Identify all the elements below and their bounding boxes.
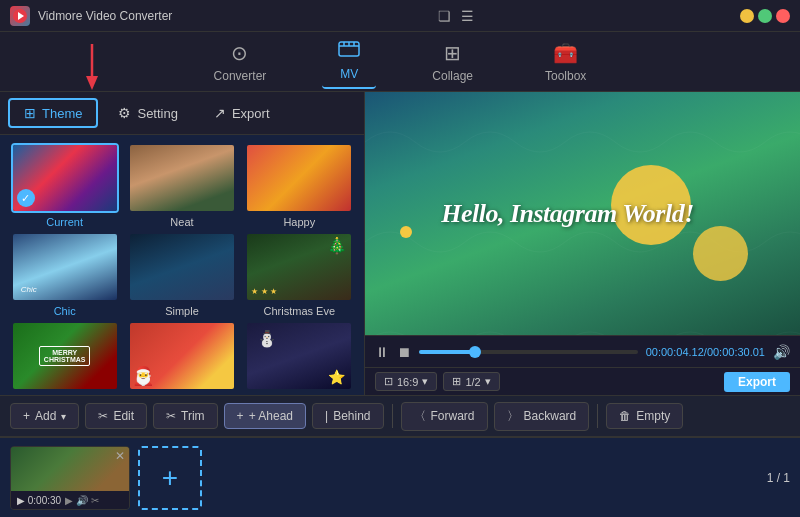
volume-button[interactable]: 🔊	[773, 344, 790, 360]
export-icon: ↗	[214, 105, 226, 121]
trim-icon: ✂	[166, 409, 176, 423]
stop-button[interactable]: ⏹	[397, 344, 411, 360]
cut-icon: ✂	[91, 495, 99, 506]
close-button[interactable]: ✕	[776, 9, 790, 23]
toolbox-label: Toolbox	[545, 69, 586, 83]
add-clip-button[interactable]: +	[138, 446, 202, 510]
forward-icon: 〈	[414, 408, 426, 425]
mv-label: MV	[340, 67, 358, 81]
nav-tabs: ⊙ Converter MV ⊞ Collage 🧰 Toolbox	[0, 32, 800, 92]
add-label: Add	[35, 409, 56, 423]
theme-thumb-current: ✓	[11, 143, 119, 213]
behind-icon: |	[325, 409, 328, 423]
video-overlay-text: Hello, Instagram World!	[441, 199, 694, 229]
theme-item-santa-claus[interactable]: 🎅 Santa Claus	[125, 321, 238, 395]
trim-button[interactable]: ✂ Trim	[153, 403, 218, 429]
add-dropdown-icon: ▾	[61, 411, 66, 422]
mv-icon	[338, 40, 360, 63]
maximize-button[interactable]: □	[758, 9, 772, 23]
aspect-icon: ⊡	[384, 375, 393, 388]
backward-button[interactable]: 〉 Backward	[494, 402, 590, 431]
progress-fill	[419, 350, 474, 354]
theme-thumb-snowy-night: ⛄ ⭐	[245, 321, 353, 391]
forward-label: Forward	[431, 409, 475, 423]
clip-info: ▶ 0:00:30 ▶ 🔊 ✂	[11, 491, 129, 510]
theme-item-simple[interactable]: Simple	[125, 232, 238, 317]
empty-label: Empty	[636, 409, 670, 423]
scale-selector[interactable]: ⊞ 1/2 ▾	[443, 372, 499, 391]
titlebar: Vidmore Video Converter ❏ ☰ ⎯ □ ✕	[0, 0, 800, 32]
theme-name-current: Current	[46, 216, 83, 228]
theme-item-chic[interactable]: Chic Chic	[8, 232, 121, 317]
theme-name-merry-christmas: Merry Christmas	[24, 394, 105, 395]
titlebar-left: Vidmore Video Converter	[10, 6, 172, 26]
audio-icon: 🔊	[76, 495, 88, 506]
tab-mv[interactable]: MV	[322, 34, 376, 89]
chat-icon[interactable]: ❏	[438, 8, 451, 24]
play-pause-button[interactable]: ⏸	[375, 344, 389, 360]
ratio-selector[interactable]: ⊡ 16:9 ▾	[375, 372, 437, 391]
theme-item-christmas-eve[interactable]: 🎄 ★ ★ ★ Christmas Eve	[243, 232, 356, 317]
theme-item-current[interactable]: ✓ Current	[8, 143, 121, 228]
toolbox-icon: 🧰	[553, 41, 578, 65]
theme-item-happy[interactable]: Happy	[243, 143, 356, 228]
ratio-value: 16:9	[397, 376, 418, 388]
forward-button[interactable]: 〈 Forward	[401, 402, 488, 431]
clip-item[interactable]: ✕ ▶ 0:00:30 ▶ 🔊 ✂	[10, 446, 130, 510]
video-bottom-controls: ⊡ 16:9 ▾ ⊞ 1/2 ▾ Export	[365, 367, 800, 395]
bottom-strip: ✕ ▶ 0:00:30 ▶ 🔊 ✂ + 1 / 1	[0, 437, 800, 517]
subtab-theme[interactable]: ⊞ Theme	[8, 98, 98, 128]
theme-thumb-santa-claus: 🎅	[128, 321, 236, 391]
theme-name-simple: Simple	[165, 305, 199, 317]
toolbar-separator-2	[597, 404, 598, 428]
theme-label: Theme	[42, 106, 82, 121]
tab-toolbox[interactable]: 🧰 Toolbox	[529, 35, 602, 89]
converter-label: Converter	[214, 69, 267, 83]
tab-converter[interactable]: ⊙ Converter	[198, 35, 283, 89]
theme-thumb-merry-christmas: MERRYCHRISTMAS	[11, 321, 119, 391]
arrow-indicator	[82, 44, 102, 96]
scale-chevron: ▾	[485, 375, 491, 388]
theme-thumb-neat	[128, 143, 236, 213]
export-label: Export	[232, 106, 270, 121]
setting-label: Setting	[137, 106, 177, 121]
page-indicator: 1 / 1	[767, 471, 790, 485]
add-button[interactable]: + Add ▾	[10, 403, 79, 429]
theme-name-santa-claus: Santa Claus	[152, 394, 212, 395]
tab-collage[interactable]: ⊞ Collage	[416, 35, 489, 89]
export-button[interactable]: Export	[724, 372, 790, 392]
theme-item-neat[interactable]: Neat	[125, 143, 238, 228]
behind-button[interactable]: | Behind	[312, 403, 384, 429]
minimize-button[interactable]: ⎯	[740, 9, 754, 23]
menu-icon[interactable]: ☰	[461, 8, 474, 24]
theme-name-snowy-night: Snowy Night	[268, 394, 330, 395]
theme-grid-icon: ⊞	[24, 105, 36, 121]
empty-button[interactable]: 🗑 Empty	[606, 403, 683, 429]
app-title: Vidmore Video Converter	[38, 9, 172, 23]
theme-item-merry-christmas[interactable]: MERRYCHRISTMAS Merry Christmas	[8, 321, 121, 395]
toolbar: + Add ▾ ✂ Edit ✂ Trim + + Ahead | Behind…	[0, 395, 800, 437]
subtab-export[interactable]: ↗ Export	[198, 98, 286, 128]
edit-button[interactable]: ✂ Edit	[85, 403, 147, 429]
converter-icon: ⊙	[231, 41, 248, 65]
setting-gear-icon: ⚙	[118, 105, 131, 121]
add-clip-icon: +	[162, 462, 178, 494]
video-progress-bar[interactable]	[419, 350, 638, 354]
theme-name-happy: Happy	[283, 216, 315, 228]
behind-label: Behind	[333, 409, 370, 423]
theme-thumb-chic: Chic	[11, 232, 119, 302]
titlebar-controls: ⎯ □ ✕	[740, 9, 790, 23]
theme-item-snowy-night[interactable]: ⛄ ⭐ Snowy Night	[243, 321, 356, 395]
add-icon: +	[23, 409, 30, 423]
ratio-chevron: ▾	[422, 375, 428, 388]
clip-close-button[interactable]: ✕	[115, 449, 125, 463]
current-time: 00:00:04.12	[646, 346, 704, 358]
ahead-button[interactable]: + + Ahead	[224, 403, 306, 429]
subtab-setting[interactable]: ⚙ Setting	[102, 98, 193, 128]
yellow-circle-small	[693, 226, 748, 281]
total-time: 00:00:30.01	[707, 346, 765, 358]
backward-label: Backward	[524, 409, 577, 423]
theme-name-chic: Chic	[54, 305, 76, 317]
left-panel: ⊞ Theme ⚙ Setting ↗ Export ✓ Current	[0, 92, 365, 395]
titlebar-icons: ❏ ☰	[438, 8, 474, 24]
